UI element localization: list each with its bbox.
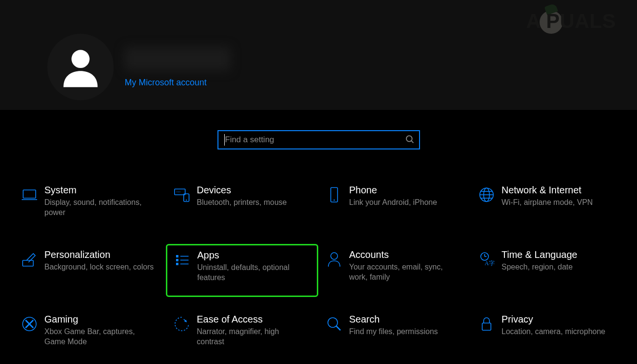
search-input[interactable] <box>217 130 420 149</box>
tile-title: Devices <box>197 184 308 196</box>
tile-body: Ease of AccessNarrator, magnifier, high … <box>197 313 312 347</box>
text-cursor <box>224 134 225 146</box>
tile-body: SearchFind my files, permissions <box>349 313 464 337</box>
my-microsoft-account-link[interactable]: My Microsoft account <box>124 78 230 88</box>
tile-title: Search <box>349 313 460 325</box>
tile-gaming[interactable]: GamingXbox Game Bar, captures, Game Mode <box>14 309 166 362</box>
tile-title: Personalization <box>44 249 155 260</box>
lock-icon <box>472 313 501 334</box>
tile-body: DevicesBluetooth, printers, mouse <box>197 184 312 208</box>
search-icon <box>319 313 349 334</box>
tile-title: Network & Internet <box>501 184 612 196</box>
tile-title: Privacy <box>501 313 612 325</box>
brush-icon <box>14 249 44 269</box>
tile-desc: Location, camera, microphone <box>501 327 612 337</box>
tile-desc: Find my files, permissions <box>349 327 460 337</box>
tile-body: SystemDisplay, sound, notifications, pow… <box>44 184 159 218</box>
gaming-icon <box>14 313 44 334</box>
account-name-redacted <box>124 47 230 71</box>
svg-point-0 <box>71 50 90 68</box>
svg-point-1 <box>406 136 412 142</box>
settings-grid: SystemDisplay, sound, notifications, pow… <box>14 179 623 364</box>
tile-apps[interactable]: AppsUninstall, defaults, optional featur… <box>166 244 318 297</box>
ease-icon <box>167 313 197 334</box>
tile-devices[interactable]: DevicesBluetooth, printers, mouse <box>166 179 318 232</box>
watermark-text: A PUALS <box>526 10 623 33</box>
tile-system[interactable]: SystemDisplay, sound, notifications, pow… <box>14 179 166 232</box>
user-avatar[interactable] <box>47 34 114 100</box>
tile-desc: Background, lock screen, colors <box>44 262 155 272</box>
tile-desc: Your accounts, email, sync, work, family <box>349 262 460 283</box>
tile-ease-of-access[interactable]: Ease of AccessNarrator, magnifier, high … <box>166 309 318 362</box>
tile-time-language[interactable]: Time & LanguageSpeech, region, date <box>471 244 623 297</box>
devices-icon <box>167 184 197 204</box>
laptop-icon <box>14 184 44 204</box>
person-icon <box>319 249 349 269</box>
tile-desc: Bluetooth, printers, mouse <box>197 198 308 208</box>
tile-title: Apps <box>197 249 307 261</box>
tile-title: Phone <box>349 184 460 196</box>
tile-title: System <box>44 184 155 196</box>
phone-icon <box>319 184 349 204</box>
tile-body: AccountsYour accounts, email, sync, work… <box>349 249 464 283</box>
timelang-icon <box>472 249 501 269</box>
watermark-logo: A PUALS <box>524 8 623 38</box>
tile-network-internet[interactable]: Network & InternetWi-Fi, airplane mode, … <box>471 179 623 232</box>
tile-title: Gaming <box>44 313 155 325</box>
tile-desc: Wi-Fi, airplane mode, VPN <box>501 198 612 208</box>
person-icon <box>56 43 105 91</box>
globe-icon <box>472 184 501 204</box>
account-block: My Microsoft account <box>124 47 230 88</box>
tile-desc: Uninstall, defaults, optional features <box>197 263 307 283</box>
tile-desc: Display, sound, notifications, power <box>44 198 155 218</box>
tile-body: PhoneLink your Android, iPhone <box>349 184 464 208</box>
tile-body: GamingXbox Game Bar, captures, Game Mode <box>44 313 159 347</box>
tile-title: Ease of Access <box>197 313 308 325</box>
tile-privacy[interactable]: PrivacyLocation, camera, microphone <box>471 309 623 362</box>
tile-desc: Speech, region, date <box>501 262 612 272</box>
tile-title: Time & Language <box>501 249 612 260</box>
tile-body: Network & InternetWi-Fi, airplane mode, … <box>501 184 616 208</box>
tile-body: AppsUninstall, defaults, optional featur… <box>197 249 311 283</box>
list-icon <box>167 249 197 270</box>
search-container <box>217 130 420 149</box>
tile-title: Accounts <box>349 249 460 260</box>
tile-desc: Xbox Game Bar, captures, Game Mode <box>44 327 155 347</box>
tile-personalization[interactable]: PersonalizationBackground, lock screen, … <box>14 244 166 297</box>
tile-search[interactable]: SearchFind my files, permissions <box>318 309 471 362</box>
tile-desc: Narrator, magnifier, high contrast <box>197 327 308 347</box>
tile-phone[interactable]: PhoneLink your Android, iPhone <box>318 179 471 232</box>
header: A PUALS My Microsoft account <box>0 0 637 110</box>
tile-desc: Link your Android, iPhone <box>349 198 460 208</box>
tile-accounts[interactable]: AccountsYour accounts, email, sync, work… <box>318 244 471 297</box>
tile-body: PrivacyLocation, camera, microphone <box>501 313 616 337</box>
search-icon <box>405 134 415 145</box>
svg-line-2 <box>411 141 413 143</box>
tile-body: PersonalizationBackground, lock screen, … <box>44 249 159 272</box>
tile-body: Time & LanguageSpeech, region, date <box>501 249 616 272</box>
